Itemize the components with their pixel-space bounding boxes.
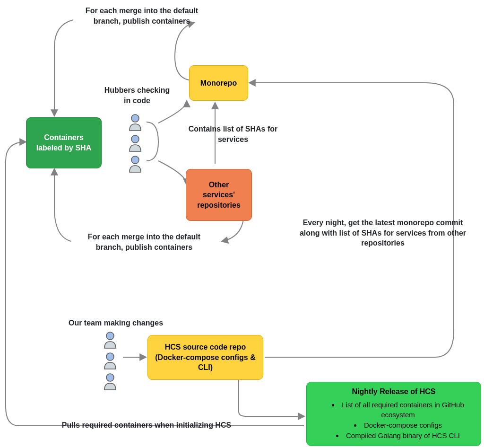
nightly-title: Nightly Release of HCS (352, 387, 436, 397)
nightly-item-1: Docker-compose configs (324, 421, 472, 430)
person-icon (103, 331, 117, 349)
svg-point-5 (106, 374, 114, 381)
person-icon (128, 134, 142, 152)
edge-nightly-to-containers (6, 142, 304, 426)
node-nightly-release: Nightly Release of HCS List of all requi… (306, 382, 481, 446)
label-team-changes: Our team making changes (61, 318, 170, 328)
person-icon (103, 373, 117, 391)
node-containers-label: Containers labeled by SHA (33, 132, 95, 153)
nightly-item-0: List of all required containers in GitHu… (324, 400, 472, 420)
edge-hubbers-to-otherrepos (158, 161, 187, 184)
label-shas: Contains list of SHAs for services (188, 124, 278, 144)
team-people (102, 331, 119, 391)
label-every-night: Every night, get the latest monorepo com… (295, 218, 470, 248)
svg-point-0 (131, 114, 139, 122)
diagram-canvas: Containers labeled by SHA Monorepo Other… (0, 0, 484, 448)
edge-merge-bottom-to-containers (54, 169, 71, 241)
edge-hubbers-brace (147, 122, 158, 161)
person-icon (128, 155, 142, 173)
label-merge-bottom: For each merge into the default branch, … (76, 232, 213, 252)
label-hubbers: Hubbers checking in code (102, 85, 173, 105)
edge-merge-to-containers (54, 20, 73, 115)
person-icon (128, 114, 142, 132)
svg-point-3 (106, 332, 114, 340)
node-other-repos-label: Other services' repositories (193, 180, 245, 211)
label-pulls-required: Pulls required containers when initializ… (45, 420, 248, 430)
nightly-list: List of all required containers in GitHu… (315, 399, 472, 441)
svg-point-4 (106, 353, 114, 360)
node-monorepo: Monorepo (189, 65, 248, 101)
node-hcs-repo-label: HCS source code repo (Docker-compose con… (155, 342, 256, 373)
hubbers-people (127, 114, 144, 173)
node-other-repos: Other services' repositories (186, 169, 252, 221)
nightly-item-2: Compiled Golang binary of HCS CLI (324, 431, 472, 440)
node-containers: Containers labeled by SHA (26, 117, 102, 168)
node-monorepo-label: Monorepo (200, 78, 237, 88)
svg-point-1 (131, 135, 139, 143)
edge-hcs-to-nightly (239, 379, 304, 416)
person-icon (103, 352, 117, 370)
node-hcs-repo: HCS source code repo (Docker-compose con… (147, 335, 263, 380)
svg-point-2 (131, 156, 139, 164)
label-merge-top: For each merge into the default branch, … (76, 6, 208, 26)
